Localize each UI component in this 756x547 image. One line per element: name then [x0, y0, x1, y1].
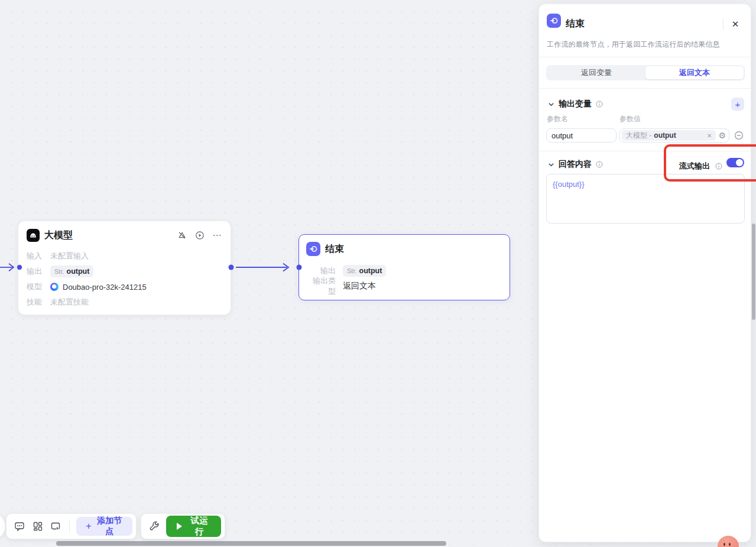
answer-content-editor[interactable]: {{output}} [546, 174, 745, 224]
node-end-title: 结束 [325, 243, 344, 255]
panel-description: 工作流的最终节点，用于返回工作流运行后的结果信息 [547, 40, 720, 50]
end-node-icon [306, 242, 320, 256]
info-icon[interactable] [595, 161, 603, 169]
comment-icon[interactable] [14, 519, 26, 533]
toolbar-divider [69, 520, 70, 533]
node-end[interactable]: 结束 输出 Str. output 输出类型 返回文本 [298, 234, 510, 300]
test-run-button[interactable]: 试运行 [166, 516, 221, 537]
param-value-field[interactable]: 大模型 - output ✕ ⚙ [619, 128, 729, 143]
tab-return-variable[interactable]: 返回变量 [547, 66, 645, 79]
param-name-label: 参数名 [547, 114, 568, 124]
info-icon[interactable] [715, 162, 722, 170]
chevron-down-icon[interactable] [547, 160, 555, 169]
param-name-input[interactable] [546, 128, 617, 143]
node-llm-header: 大模型 ⋯ [27, 227, 222, 244]
llm-row-input: 输入 未配置输入 [27, 248, 222, 264]
doubao-model-icon [50, 283, 59, 291]
wrench-icon[interactable] [148, 519, 161, 533]
llm-model-name: Doubao-pro-32k-241215 [63, 283, 147, 292]
divider [539, 88, 751, 89]
node-llm[interactable]: 大模型 ⋯ 输入 未配置输 [18, 221, 231, 315]
play-icon [177, 523, 182, 530]
llm-row-model: 模型 Doubao-pro-32k-241215 [27, 279, 222, 294]
llm-input-value: 未配置输入 [50, 251, 89, 261]
mute-listen-icon[interactable] [177, 231, 187, 241]
return-mode-tabs: 返回变量 返回文本 [546, 65, 745, 80]
canvas-horizontal-scrollbar[interactable] [56, 541, 446, 546]
llm-output-chip: Str. output [50, 266, 93, 277]
llm-row-skill: 技能 未配置技能 [27, 294, 222, 310]
frame-select-icon[interactable] [50, 519, 62, 533]
page-vertical-scrollbar[interactable] [752, 224, 755, 320]
end-output-chip: Str. output [343, 265, 386, 277]
header-divider [723, 19, 723, 30]
stream-output-toggle[interactable] [726, 158, 744, 167]
variable-ref-chip[interactable]: 大模型 - output ✕ [622, 130, 716, 141]
chevron-down-icon[interactable] [547, 100, 555, 108]
end-node-config-panel: 结束 ✕ 工作流的最终节点，用于返回工作流运行后的结果信息 返回变量 返回文本 … [538, 4, 751, 542]
run-node-icon[interactable] [194, 231, 205, 241]
node-llm-title: 大模型 [44, 229, 73, 242]
divider [539, 151, 751, 151]
run-toolbar: 试运行 [141, 513, 225, 539]
tab-return-text[interactable]: 返回文本 [645, 66, 744, 79]
add-output-var-button[interactable]: + [731, 98, 744, 111]
llm-node-icon [27, 229, 40, 242]
plus-icon: + [86, 521, 91, 532]
output-vars-header: 输出变量 [547, 99, 603, 109]
panel-end-icon [547, 14, 561, 28]
llm-row-output: 输出 Str. output [27, 264, 222, 279]
more-icon[interactable]: ⋯ [212, 231, 222, 241]
divider [539, 57, 751, 57]
close-icon[interactable]: ✕ [729, 18, 741, 30]
llm-skill-value: 未配置技能 [50, 297, 89, 308]
panel-title: 结束 [566, 18, 585, 30]
gear-icon[interactable]: ⚙ [718, 131, 726, 140]
stream-output-label: 流式输出 [679, 161, 710, 171]
node-end-header: 结束 [306, 241, 501, 257]
remove-row-icon[interactable] [734, 131, 744, 140]
remove-ref-icon[interactable]: ✕ [707, 132, 712, 139]
blocks-layout-icon[interactable] [32, 519, 44, 533]
answer-content-header: 回答内容 [547, 159, 603, 170]
info-icon[interactable] [595, 101, 603, 108]
param-value-label: 参数值 [619, 114, 641, 124]
end-row-output-type: 输出类型 返回文本 [306, 279, 501, 294]
add-node-button[interactable]: + 添加节点 [76, 517, 132, 536]
canvas-toolbar: + 添加节点 [6, 513, 137, 539]
